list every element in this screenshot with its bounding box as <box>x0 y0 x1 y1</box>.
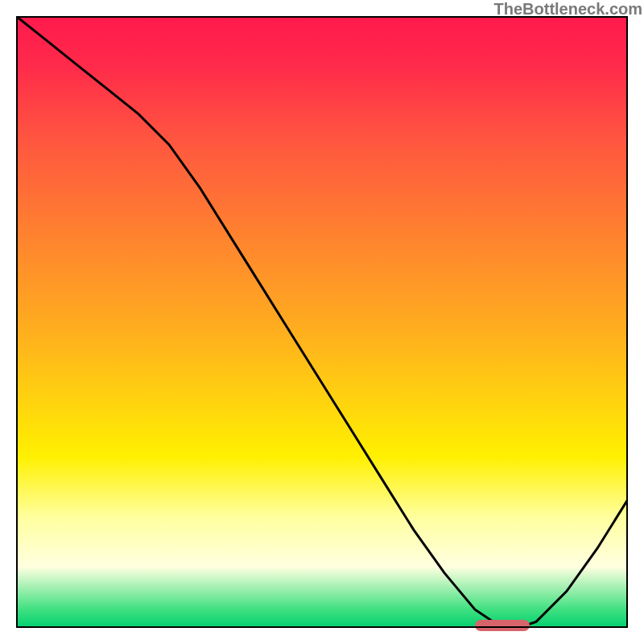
watermark-text: TheBottleneck.com <box>494 0 642 19</box>
plot-frame <box>16 16 628 628</box>
chart-container: TheBottleneck.com <box>0 0 644 644</box>
